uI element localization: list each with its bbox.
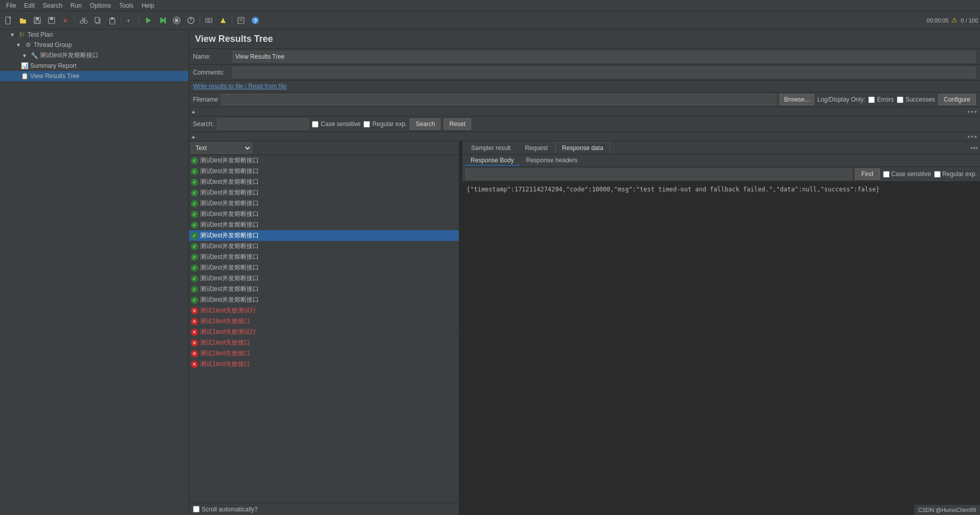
cut-btn[interactable] [77,14,90,27]
sample-item-6[interactable]: ✓ 测试test并发熔断接口 [189,209,459,219]
new-btn[interactable] [2,14,15,27]
errors-checkbox[interactable] [868,96,875,103]
sample-label-17: 测试1test失败测试行 [200,328,256,336]
sample-item-8[interactable]: ✓ 测试test并发熔断接口 [189,230,459,241]
stop-btn[interactable] [170,14,183,27]
copy-btn[interactable] [91,14,105,27]
save-btn[interactable] [31,14,44,27]
search-button[interactable]: Search [410,118,440,130]
configure-button[interactable]: Configure [938,94,976,105]
play-btn[interactable] [141,14,155,27]
tree-item-summary-report[interactable]: 📊 Summary Report [0,61,188,71]
tab-sampler-result[interactable]: Sampler result [464,142,517,153]
regular-exp-checkbox[interactable] [363,121,370,128]
sampler-label: 测试test并发熔断接口 [40,51,99,60]
svg-marker-14 [146,17,151,23]
test-plan-icon: ⚐ [18,31,26,39]
expand-all-btn[interactable]: + [124,14,137,27]
menu-tools[interactable]: Tools [115,1,137,10]
log-display-label: Log/Display Only: [817,96,865,103]
sample-label-7: 测试test并发熔断接口 [200,220,259,229]
sample-item-12[interactable]: ✓ 测试test并发熔断接口 [189,273,459,284]
tree-item-thread-group[interactable]: ▾ ⚙ Thread Group [0,40,188,50]
help-btn[interactable]: ? [249,14,262,27]
menu-help[interactable]: Help [137,1,158,10]
csdn-label: CSDN @HumoChen99 [918,507,976,513]
tree-item-view-results[interactable]: 📋 View Results Tree [0,71,188,81]
menu-run[interactable]: Run [66,1,86,10]
sample-item-15[interactable]: ✕ 测试1test失败测试行 [189,305,459,316]
sample-item-14[interactable]: ✓ 测试test并发熔断接口 [189,295,459,305]
case-sensitive-checkbox[interactable] [312,121,318,128]
tab-response-headers[interactable]: Response headers [520,156,584,166]
summary-report-icon: 📊 [20,62,29,70]
svg-text:?: ? [254,18,257,24]
svg-rect-5 [50,17,53,20]
sample-item-7[interactable]: ✓ 测试test并发熔断接口 [189,219,459,230]
sample-item-3[interactable]: ✓ 测试test并发熔断接口 [189,177,459,187]
sample-item-4[interactable]: ✓ 测试test并发熔断接口 [189,187,459,198]
tree-item-sampler[interactable]: ▾ 🔧 测试test并发熔断接口 [0,50,188,61]
tree-scroll[interactable]: ▾ ⚐ Test Plan ▾ ⚙ Thread Group ▾ 🔧 测试tes… [0,30,188,515]
revert-btn[interactable]: ✕ [59,14,72,27]
scroll-auto-checkbox[interactable] [193,506,200,512]
template-btn[interactable] [234,14,248,27]
success-icon-13: ✓ [191,286,198,293]
sample-item-1[interactable]: ✓ 测试test并发熔断接口 [189,155,459,166]
find-button[interactable]: Find [855,168,880,180]
errors-label: Errors [877,96,894,103]
sample-label-20: 测试1test失败接口 [200,360,250,369]
menu-search[interactable]: Search [39,1,66,10]
collapse-row-2[interactable]: ▲ ••• [189,132,980,141]
sample-item-16[interactable]: ✕ 测试1test失败接口 [189,316,459,327]
open-btn[interactable] [16,14,30,27]
shutdown-btn[interactable] [184,14,198,27]
sample-item-11[interactable]: ✓ 测试test并发熔断接口 [189,262,459,273]
name-input[interactable] [233,51,976,62]
expand-icon2: ▾ [14,41,22,49]
sample-item-19[interactable]: ✕ 测试1test失败接口 [189,348,459,359]
search-input[interactable] [217,118,309,130]
paste-btn[interactable] [106,14,119,27]
reset-button[interactable]: Reset [444,118,471,130]
sample-item-10[interactable]: ✓ 测试test并发熔断接口 [189,252,459,262]
browse-button[interactable]: Browse... [779,94,814,105]
collapse-arrow-1: ▲ [191,109,196,114]
sample-item-9[interactable]: ✓ 测试test并发熔断接口 [189,241,459,252]
find-row: Find Case sensitive Regular exp. [462,167,980,182]
remote2-btn[interactable] [216,14,230,27]
tab-request[interactable]: Request [518,142,554,153]
find-regex-group: Regular exp. [934,170,977,178]
sample-item-13[interactable]: ✓ 测试test并发熔断接口 [189,284,459,295]
sample-item-18[interactable]: ✕ 测试1test失败接口 [189,337,459,348]
find-regex-checkbox[interactable] [934,171,941,178]
filename-input[interactable] [221,94,776,105]
sample-item-5[interactable]: ✓ 测试test并发熔断接口 [189,198,459,209]
successes-checkbox[interactable] [897,96,903,103]
menu-options[interactable]: Options [86,1,115,10]
sample-item-17[interactable]: ✕ 测试1test失败测试行 [189,327,459,337]
view-results-icon: 📋 [20,72,29,80]
success-icon-5: ✓ [191,200,198,207]
timer-display: 00:00:05 [927,17,949,23]
format-select[interactable]: Text JSON XML HTML RegExp Tester CSS/JQu… [191,142,252,154]
sample-item-2[interactable]: ✓ 测试test并发熔断接口 [189,166,459,177]
warning-icon: ⚠ [951,16,958,24]
tree-item-test-plan[interactable]: ▾ ⚐ Test Plan [0,30,188,40]
save-as-btn[interactable] [45,14,58,27]
collapse-row-1[interactable]: ▲ ••• [189,107,980,116]
sample-items-list[interactable]: ✓ 测试test并发熔断接口 ✓ 测试test并发熔断接口 ✓ 测试test并发… [189,155,459,503]
tab-response-data[interactable]: Response data [555,142,610,153]
menu-file[interactable]: File [2,1,20,10]
error-icon-17: ✕ [191,329,198,336]
play-no-pause-btn[interactable] [156,14,169,27]
remote-btn[interactable]: ⚙ [202,14,215,27]
main-layout: ▾ ⚐ Test Plan ▾ ⚙ Thread Group ▾ 🔧 测试tes… [0,30,980,515]
write-read-link[interactable]: Write results to file / Read from file [193,83,286,90]
sample-item-20[interactable]: ✕ 测试1test失败接口 [189,359,459,370]
find-case-sensitive-checkbox[interactable] [883,171,890,178]
comments-input[interactable] [233,67,976,78]
find-input[interactable] [465,168,852,180]
menu-edit[interactable]: Edit [20,1,39,10]
tab-response-body[interactable]: Response Body [464,156,520,166]
